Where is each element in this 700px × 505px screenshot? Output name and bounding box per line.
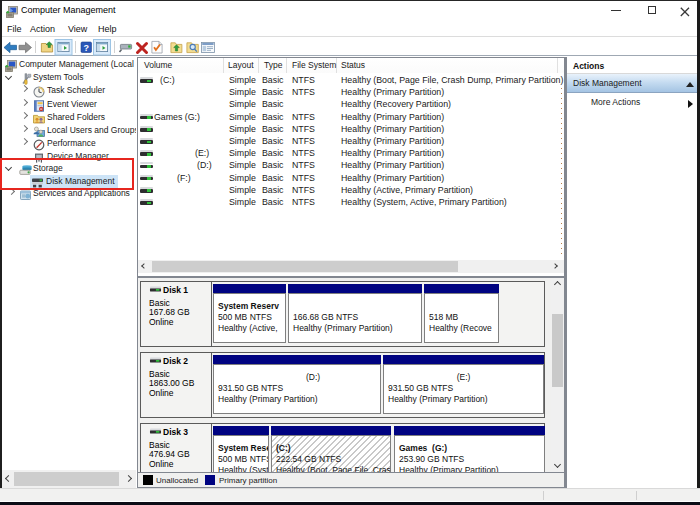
svg-text:?: ? [84, 43, 90, 53]
